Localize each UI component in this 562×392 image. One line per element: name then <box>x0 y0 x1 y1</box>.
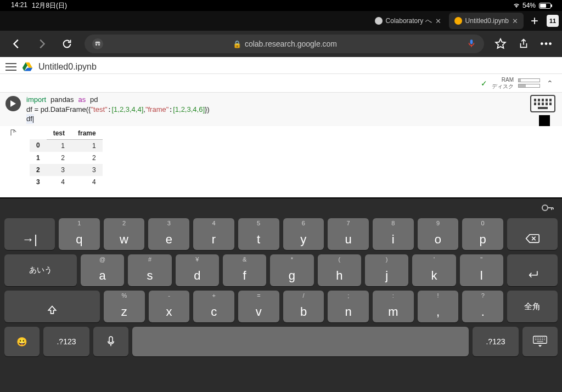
key-e[interactable]: 3e <box>148 218 189 250</box>
table-row: 344 <box>30 176 103 188</box>
key-n[interactable]: ;n <box>328 291 369 322</box>
tab-count-button[interactable]: 11 <box>547 15 559 27</box>
ipad-status-bar: 14:21 12月8日(日) 54% <box>0 0 562 11</box>
password-key-icon[interactable] <box>541 203 554 215</box>
browser-tab-strip: Colaboratory へ ✕ Untitled0.ipynb ✕ + 11 <box>0 11 562 31</box>
key-a[interactable]: @a <box>81 254 124 286</box>
account-avatar[interactable] <box>539 115 550 126</box>
lang-key[interactable]: あいう <box>4 254 77 286</box>
output-arrow-icon[interactable] <box>0 127 26 188</box>
tab-key[interactable]: →| <box>4 218 55 250</box>
emoji-key[interactable]: 😀 <box>4 327 40 356</box>
enter-key[interactable] <box>507 254 558 286</box>
tab-favicon-icon <box>454 17 462 25</box>
code-editor[interactable]: import pandas as pd df = pd.DataFrame({"… <box>26 93 524 126</box>
disk-bar <box>518 84 540 88</box>
tab-close-icon[interactable]: ✕ <box>512 17 518 25</box>
shift-key[interactable] <box>4 291 100 322</box>
col-header: test <box>47 127 71 140</box>
key-z[interactable]: %z <box>104 291 145 322</box>
browser-tab[interactable]: Colaboratory へ ✕ <box>369 13 447 29</box>
col-header: frame <box>71 127 103 140</box>
colab-header: Untitled0.ipynb <box>0 57 562 73</box>
battery-icon <box>539 3 551 9</box>
key-m[interactable]: :m <box>373 291 414 322</box>
backspace-key[interactable] <box>507 218 558 250</box>
key-w[interactable]: 2w <box>104 218 145 250</box>
overflow-menu-icon[interactable]: ••• <box>540 37 553 50</box>
cell-output: test frame 011122233344 <box>0 126 562 188</box>
run-cell-button[interactable] <box>5 96 21 111</box>
notebook-title[interactable]: Untitled0.ipynb <box>38 62 97 72</box>
dataframe-output: test frame 011122233344 <box>30 127 103 188</box>
key-r[interactable]: 4r <box>193 218 234 250</box>
key-b[interactable]: /b <box>283 291 324 322</box>
browser-tab[interactable]: Untitled0.ipynb ✕ <box>449 13 524 29</box>
key-i[interactable]: 8i <box>373 218 414 250</box>
share-icon[interactable] <box>517 37 530 50</box>
reload-button[interactable] <box>59 36 75 52</box>
svg-point-0 <box>542 205 548 211</box>
numeric-key-right[interactable]: .?123 <box>473 327 519 356</box>
disk-label: ディスク <box>492 83 514 90</box>
key-s[interactable]: #s <box>128 254 171 286</box>
new-tab-button[interactable]: + <box>527 13 542 29</box>
mic-icon[interactable] <box>467 38 476 50</box>
key-d[interactable]: ¥d <box>176 254 219 286</box>
forward-button[interactable] <box>34 36 49 52</box>
tab-label: Untitled0.ipynb <box>465 17 509 25</box>
key-q[interactable]: 1q <box>59 218 100 250</box>
tab-favicon-icon <box>375 17 383 25</box>
ram-label: RAM <box>492 77 514 83</box>
star-icon[interactable] <box>494 37 507 50</box>
resource-indicator[interactable]: ✓ RAM ディスク ⌃ <box>0 73 562 92</box>
url-host: colab.research.google.com <box>245 39 337 48</box>
key-o[interactable]: 9o <box>418 218 459 250</box>
browser-toolbar: 🔒 colab.research.google.com ••• <box>0 31 562 57</box>
key-x[interactable]: -x <box>149 291 190 322</box>
status-date: 12月8日(日) <box>32 1 67 10</box>
key-h[interactable]: (h <box>318 254 361 286</box>
numeric-key-left[interactable]: .?123 <box>43 327 89 356</box>
ram-bar <box>518 78 540 82</box>
space-key[interactable] <box>132 327 469 356</box>
back-button[interactable] <box>9 36 24 52</box>
expand-caret-icon[interactable]: ⌃ <box>544 79 555 88</box>
table-row: 233 <box>30 164 103 176</box>
table-row: 122 <box>30 152 103 164</box>
key-,[interactable]: !, <box>418 291 459 322</box>
code-cell[interactable]: import pandas as pd df = pd.DataFrame({"… <box>0 92 562 126</box>
hide-keyboard-key[interactable] <box>522 327 558 356</box>
dictation-key[interactable] <box>93 327 128 356</box>
status-time: 14:21 <box>11 1 27 10</box>
colab-page: Untitled0.ipynb ✓ RAM ディスク ⌃ import pand… <box>0 57 562 197</box>
key-k[interactable]: 'k <box>412 254 456 286</box>
onscreen-keyboard: →| 1q2w3e4r5t6y7u8i9o0p あいう @a#s¥d&f*g(h… <box>0 198 562 392</box>
key-f[interactable]: &f <box>223 254 266 286</box>
connected-check-icon: ✓ <box>481 79 487 88</box>
key-c[interactable]: +c <box>193 291 234 322</box>
key-.[interactable]: ?. <box>462 291 503 322</box>
url-bar[interactable]: 🔒 colab.research.google.com <box>85 35 484 53</box>
zenkaku-key[interactable]: 全角 <box>507 291 558 322</box>
table-row: 011 <box>30 139 103 152</box>
key-t[interactable]: 5t <box>238 218 279 250</box>
drive-icon <box>22 62 33 72</box>
key-v[interactable]: =v <box>238 291 279 322</box>
key-g[interactable]: *g <box>270 254 313 286</box>
key-j[interactable]: )j <box>365 254 408 286</box>
key-l[interactable]: "l <box>460 254 503 286</box>
hamburger-menu-icon[interactable] <box>5 63 16 71</box>
incognito-icon <box>92 38 103 49</box>
lock-icon: 🔒 <box>233 40 241 48</box>
key-p[interactable]: 0p <box>462 218 503 250</box>
wifi-icon <box>513 3 520 8</box>
tab-close-icon[interactable]: ✕ <box>435 17 441 25</box>
tab-label: Colaboratory へ <box>386 16 432 26</box>
key-y[interactable]: 6y <box>283 218 324 250</box>
battery-percent: 54% <box>522 2 536 9</box>
keyboard-toggle-icon[interactable] <box>530 95 555 112</box>
key-u[interactable]: 7u <box>328 218 369 250</box>
